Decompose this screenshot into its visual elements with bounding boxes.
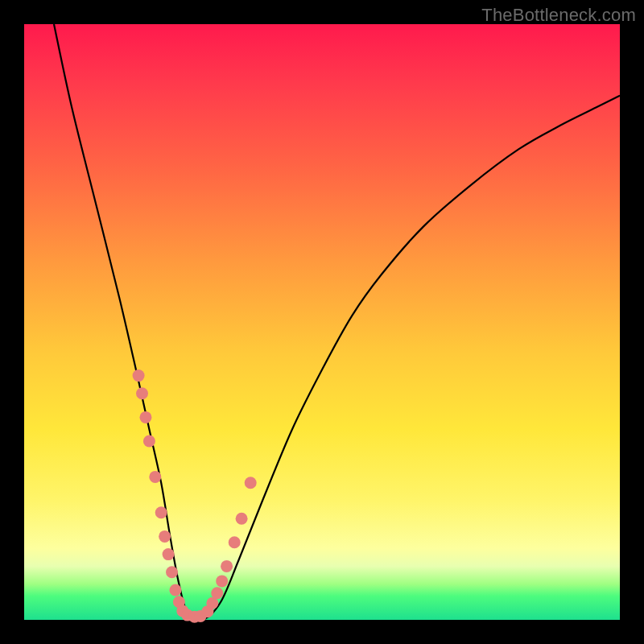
scatter-dot: [211, 587, 223, 599]
plot-area: [24, 24, 620, 620]
curve-svg: [24, 24, 620, 620]
scatter-dot: [169, 584, 181, 597]
scatter-dot: [143, 436, 155, 448]
scatter-dot: [155, 506, 167, 518]
scatter-dot: [149, 471, 161, 483]
scatter-dot: [236, 513, 248, 525]
scatter-dot: [136, 387, 148, 399]
scatter-group: [133, 369, 257, 623]
scatter-dot: [166, 566, 178, 578]
watermark-text: TheBottleneck.com: [481, 5, 636, 26]
scatter-dot: [229, 536, 241, 548]
scatter-dot: [216, 575, 228, 587]
scatter-dot: [139, 411, 151, 423]
scatter-dot: [221, 560, 233, 572]
scatter-dot: [163, 548, 175, 560]
chart-frame: TheBottleneck.com: [0, 0, 644, 644]
bottleneck-curve: [54, 24, 620, 621]
scatter-dot: [159, 530, 171, 543]
scatter-dot: [245, 477, 257, 489]
scatter-dot: [133, 369, 145, 382]
